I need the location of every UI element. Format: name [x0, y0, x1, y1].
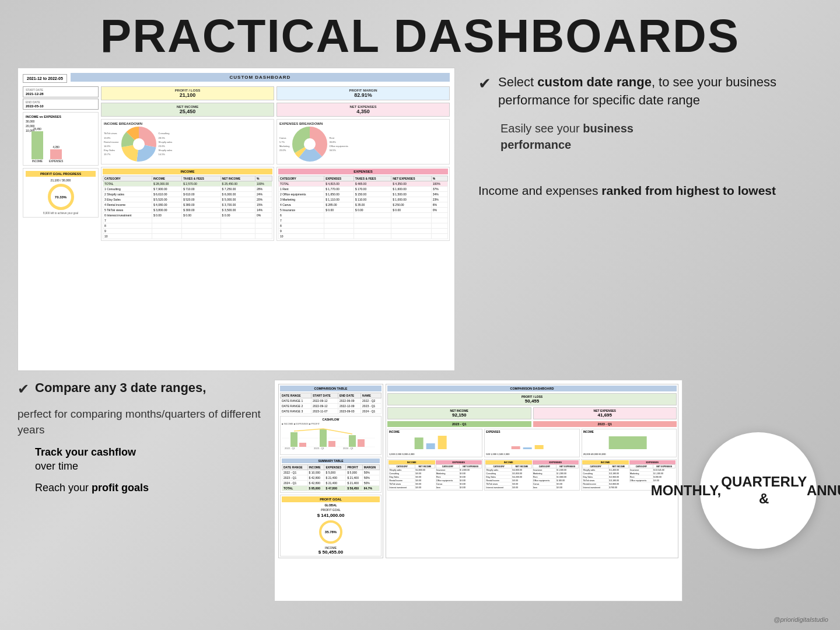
- badge-text: MONTHLY, QUARTERLY & ANNUAL: [700, 432, 817, 549]
- bullet-custom-date: ✔ Select custom date range, to see your …: [478, 74, 811, 110]
- q1-2023-label-1: 2023 - Q1: [387, 421, 531, 427]
- svg-rect-25: [535, 445, 544, 449]
- bd-net-income-value: 92,150: [389, 412, 530, 418]
- check-icon-2: ✔: [18, 381, 29, 397]
- income-breakdown-label: INCOME BREAKDOWN: [104, 122, 271, 125]
- profit-goal-current: 21,100: [51, 178, 60, 182]
- expenses-pie-chart: [292, 127, 327, 162]
- monthly-quarterly-annual-badge: MONTHLY, QUARTERLY & ANNUAL: [694, 380, 822, 601]
- track-cashflow-label: Track your cashflow over time: [35, 446, 262, 473]
- expenses-bar-label: 4,350: [53, 146, 60, 149]
- bottom-dashboard-panel: COMPARISON TABLE DATE RANGESTART DATEEND…: [274, 380, 682, 601]
- income-pie-chart: [121, 127, 156, 162]
- date-range-display: 2021-12 to 2022-05: [23, 74, 67, 83]
- check-icon-1: ✔: [478, 75, 491, 93]
- income-bar-label: 25,450: [33, 128, 41, 131]
- comparison-dashboard-header: COMPARISON DASHBOARD: [387, 386, 677, 391]
- svg-rect-22: [438, 436, 447, 449]
- start-date-label: START DATE: [26, 88, 96, 92]
- right-text-area-top: ✔ Select custom date range, to see your …: [467, 68, 822, 371]
- svg-rect-21: [426, 443, 435, 449]
- expenses-breakdown-label: EXPENSES BREAKDOWN: [279, 122, 447, 125]
- svg-rect-12: [320, 429, 327, 447]
- expenses-table: CATEGORYEXPENSESTAXES & FEESNET EXPENSES…: [278, 176, 448, 239]
- reach-profit-label: Reach your profit goals: [35, 481, 262, 495]
- performance-note: Easily see your businessperformance: [501, 120, 811, 153]
- end-date-value: 2022-05-10: [26, 104, 44, 108]
- sub-labels: Track your cashflow over time Reach your…: [35, 446, 262, 495]
- sub-text-compare: perfect for comparing months/quarters of…: [18, 407, 262, 438]
- profit-goal-global-label: PROFIT GOAL: [282, 496, 380, 502]
- income-expenses-chart-label: INCOME vs EXPENSES: [26, 115, 96, 118]
- svg-text:2024 - Q1: 2024 - Q1: [343, 447, 354, 450]
- profit-goal-global-circle: 35.78%: [319, 520, 342, 544]
- bottom-left-text: ✔ Compare any 3 date ranges, perfect for…: [18, 380, 262, 601]
- net-expenses-value: 4,350: [279, 108, 447, 114]
- svg-rect-26: [608, 436, 646, 449]
- profit-goal-header: PROFIT GOAL PROGRESS: [26, 171, 96, 177]
- svg-rect-13: [349, 435, 356, 447]
- comparison-table-header: COMPARISON TABLE: [280, 386, 382, 391]
- svg-rect-24: [523, 447, 532, 449]
- top-content-area: 2021-12 to 2022-05 CUSTOM DASHBOARD STAR…: [0, 68, 840, 371]
- bullet-compare-text: Compare any 3 date ranges,: [35, 380, 206, 397]
- ranked-note-container: Income and expenses ranked from highest …: [478, 182, 811, 199]
- start-date-value: 2021-12-28: [26, 92, 44, 96]
- ranked-note: Income and expenses ranked from highest …: [478, 182, 811, 199]
- income-bar: [32, 131, 43, 159]
- svg-text:2022 - Q1: 2022 - Q1: [285, 447, 296, 450]
- income-table: CATEGORYINCOMETAXES & FEESNET INCOME% TO…: [103, 176, 272, 239]
- profit-loss-value: 21,100: [103, 92, 272, 98]
- watermark: @prioridigitalstudio: [774, 616, 828, 623]
- svg-rect-15: [328, 441, 335, 447]
- profit-goal-global-amount: $ 141,000.00: [282, 513, 380, 518]
- svg-rect-14: [299, 443, 306, 447]
- bottom-section: ✔ Compare any 3 date ranges, perfect for…: [0, 380, 840, 601]
- bd-net-expenses-value: 41,695: [535, 412, 676, 418]
- main-title: PRACTICAL DASHBOARDS: [0, 0, 840, 62]
- income-total: $ 50,455.00: [282, 550, 380, 555]
- summary-table-label: SUMMARY TABLE: [282, 459, 380, 463]
- top-dashboard-panel: 2021-12 to 2022-05 CUSTOM DASHBOARD STAR…: [18, 68, 455, 371]
- expenses-comparison-chart: [486, 435, 578, 452]
- custom-dashboard-header: CUSTOM DASHBOARD: [71, 73, 450, 82]
- income-table-header: INCOME: [103, 169, 272, 174]
- profit-goal-circle: 70.33%: [48, 184, 74, 210]
- svg-rect-20: [415, 438, 424, 449]
- profit-goal-global-sublabel: GLOBAL: [282, 503, 380, 507]
- bullet-compare: ✔ Compare any 3 date ranges,: [18, 380, 262, 397]
- comparison-table: DATE RANGESTART DATEEND DATENAME DATE RA…: [280, 393, 382, 414]
- svg-rect-23: [512, 446, 520, 449]
- profit-goal-note: 8,900 left to achieve your goal: [26, 212, 96, 215]
- income-comparison-chart-2: [583, 435, 675, 452]
- income-comparison-chart: [389, 435, 481, 452]
- profit-goal-target: 30,000: [62, 178, 71, 182]
- svg-rect-16: [358, 439, 365, 447]
- expenses-bar: [50, 149, 62, 159]
- cashflow-chart: 2022 - Q1 2023 - Q1 2024 - Q1: [282, 426, 375, 453]
- end-date-label: END DATE: [26, 100, 96, 104]
- expenses-table-header: EXPENSES: [278, 169, 448, 174]
- cashflow-label: CASHFLOW: [282, 418, 380, 421]
- q1-2023-label-2: 2023 - Q1: [533, 421, 677, 427]
- svg-text:2023 - Q1: 2023 - Q1: [314, 447, 325, 450]
- bullet-text-1: Select custom date range, to see your bu…: [498, 74, 811, 110]
- net-income-value: 25,450: [103, 108, 272, 114]
- svg-rect-11: [290, 432, 298, 447]
- summary-table: DATE RANGEINCOMEEXPENSESPROFITMARGIN 202…: [282, 464, 380, 491]
- profit-margin-value: 82.91%: [279, 92, 447, 98]
